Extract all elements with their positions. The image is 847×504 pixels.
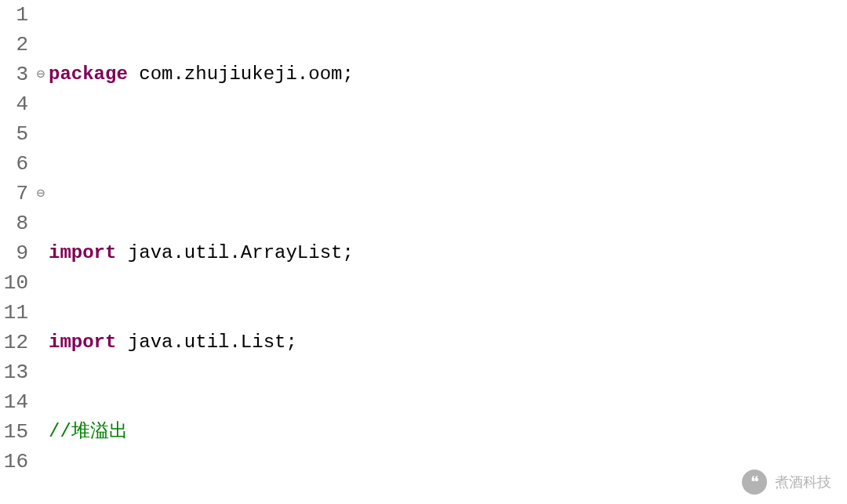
code-line: package com.zhujiukeji.oom; [49, 60, 847, 89]
line-number: 15 [0, 417, 28, 447]
line-number: 4 [0, 89, 28, 119]
line-number: 12 [0, 328, 28, 357]
code-line [49, 149, 847, 179]
watermark-text: 煮酒科技 [775, 473, 831, 491]
code-area[interactable]: package com.zhujiukeji.oom; import java.… [49, 0, 847, 504]
fold-toggle-icon[interactable]: ⊖ [33, 60, 49, 89]
fold-toggle-icon[interactable]: ⊖ [33, 179, 49, 208]
code-line: //堆溢出 [49, 417, 847, 447]
line-number: 5 [0, 119, 28, 149]
code-editor: 1 2 3 4 5 6 7 8 9 10 11 12 13 14 15 16 ⊖… [0, 0, 847, 504]
line-number: 1 [0, 0, 28, 30]
line-number: 14 [0, 387, 28, 417]
code-line: import java.util.List; [49, 328, 847, 357]
line-number: 2 [0, 30, 28, 60]
line-number: 7 [0, 179, 28, 208]
line-number: 8 [0, 208, 28, 238]
line-number: 10 [0, 268, 28, 298]
line-number: 6 [0, 149, 28, 179]
line-number: 9 [0, 238, 28, 268]
watermark: ❝ 煮酒科技 [742, 470, 831, 495]
line-number-gutter: 1 2 3 4 5 6 7 8 9 10 11 12 13 14 15 16 [0, 0, 33, 504]
line-number: 13 [0, 357, 28, 387]
watermark-icon: ❝ [742, 470, 767, 495]
line-number: 16 [0, 447, 28, 477]
fold-column: ⊖ ⊖ [33, 0, 49, 504]
line-number: 11 [0, 298, 28, 328]
line-number: 3 [0, 60, 28, 89]
code-line: import java.util.ArrayList; [49, 238, 847, 268]
